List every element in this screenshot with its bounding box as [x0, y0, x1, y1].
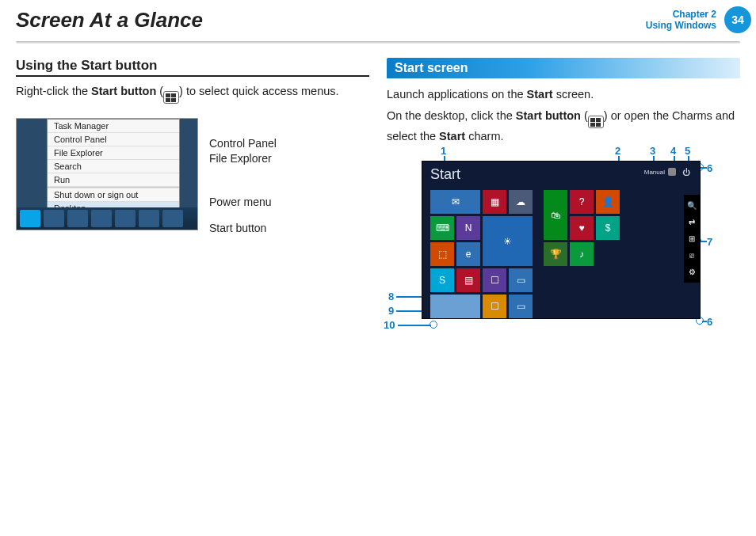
tile-store: 🛍: [544, 190, 567, 240]
taskbar-icon: [67, 210, 88, 227]
tile-skype: S: [430, 268, 454, 292]
taskbar-icon: [115, 210, 136, 227]
taskbar: [17, 207, 197, 230]
section-heading-start-screen: Start screen: [387, 58, 740, 78]
tile: ⌨: [430, 216, 454, 240]
tile-help: ?: [570, 190, 594, 214]
menu-item: File Explorer: [48, 146, 179, 160]
tile: N: [456, 216, 480, 240]
text: On the desktop, click the: [387, 109, 516, 122]
power-icon: ⏻: [682, 168, 690, 177]
tile: ☐: [483, 268, 506, 292]
callout-label: Start button: [209, 222, 266, 234]
tile: ⬚: [430, 242, 454, 266]
callout-number: 10: [384, 319, 395, 331]
left-column: Using the Start button Right-click the S…: [16, 58, 369, 343]
taskbar-icon: [139, 210, 159, 227]
callout-number: 6: [707, 316, 712, 328]
leader-line: [702, 321, 707, 322]
menu-item: Run: [48, 173, 179, 187]
page-title: Screen At a Glance: [16, 8, 646, 32]
start-button-icon: [20, 210, 40, 227]
leader-line: [398, 325, 431, 326]
text: screen.: [553, 88, 594, 101]
windows-logo-icon: [163, 91, 179, 104]
page-number-badge: 34: [724, 6, 751, 33]
start-screen-p1: Launch applications on the Start screen.: [387, 86, 740, 103]
callout-number: 3: [650, 145, 655, 157]
callout-number: 9: [388, 305, 394, 317]
tile-group: ✉ ▦ ☁ ⌨ N ☀ ⬚ e S ▤ ☐ ▭: [430, 190, 533, 318]
callout-labels: Control Panel File Explorer Power menu S…: [209, 118, 277, 235]
search-icon: 🔍: [687, 201, 697, 210]
tile: e: [456, 242, 480, 266]
tile: ☁: [509, 190, 533, 214]
tile-photo: [430, 295, 480, 318]
manual-page: Screen At a Glance Chapter 2 Using Windo…: [0, 0, 756, 536]
callout-number: 8: [388, 291, 394, 302]
callout-label: File Explorer: [209, 153, 272, 164]
callout-label: Power menu: [209, 196, 272, 207]
tile: 👤: [596, 190, 620, 214]
start-charm-icon: ⊞: [689, 234, 695, 243]
right-column: Start screen Launch applications on the …: [387, 58, 740, 343]
tile: ☐: [483, 295, 506, 318]
callout-number: 2: [615, 145, 620, 157]
tile: $: [596, 216, 620, 240]
leader-line: [701, 167, 707, 169]
quick-access-screenshot: Task Manager Control Panel File Explorer…: [16, 118, 198, 230]
page-header: Screen At a Glance Chapter 2 Using Windo…: [0, 0, 756, 33]
start-screen-label: Start: [430, 166, 460, 183]
callout-number: 4: [670, 145, 676, 157]
text-bold: Start button: [91, 85, 156, 97]
menu-item: Control Panel: [48, 133, 179, 146]
menu-item: Task Manager: [48, 120, 179, 133]
tile-mail: ✉: [430, 190, 480, 214]
start-button-figure: Task Manager Control Panel File Explorer…: [16, 118, 369, 235]
tile: ▭: [509, 295, 533, 318]
menu-item: Shut down or sign out: [48, 188, 179, 202]
text-bold: Start button: [516, 109, 581, 122]
callout-number: 6: [707, 162, 712, 174]
text-bold: Start: [439, 130, 465, 143]
taskbar-icon: [44, 210, 64, 227]
text: Right-click the: [16, 85, 91, 97]
windows-logo-icon: [588, 116, 604, 128]
tile-groups: ✉ ▦ ☁ ⌨ N ☀ ⬚ e S ▤ ☐ ▭: [430, 190, 620, 318]
tile: 🏆: [544, 242, 567, 266]
callout-label: Control Panel: [209, 138, 277, 149]
chapter-number: Chapter 2: [646, 9, 716, 20]
user-account: Manual: [644, 168, 676, 176]
taskbar-icon: [91, 210, 112, 227]
tile-weather: ☀: [483, 216, 533, 266]
callout-number: 1: [441, 145, 446, 157]
leader-ring: [430, 321, 437, 329]
settings-icon: ⚙: [689, 268, 696, 276]
quick-access-menu: Task Manager Control Panel File Explorer…: [47, 119, 180, 215]
callout-number: 7: [707, 236, 712, 248]
text-bold: Start: [527, 88, 553, 101]
tile-group: 🛍 ? 👤 ♥ $ 🏆 ♪: [544, 190, 620, 318]
leader-line: [701, 241, 707, 242]
chapter-name: Using Windows: [646, 20, 716, 31]
avatar-icon: [668, 168, 676, 176]
user-name: Manual: [644, 169, 665, 176]
menu-item: Search: [48, 160, 179, 173]
text: to select quick access menus.: [183, 85, 339, 97]
section-heading-start-button: Using the Start button: [16, 58, 369, 77]
chapter-meta: Chapter 2 Using Windows: [646, 9, 720, 32]
start-screen-screenshot: Start Manual ⏻ ✉ ▦ ☁ ⌨ N ☀: [422, 161, 701, 319]
tile: ♥: [570, 216, 594, 240]
callout-number: 5: [685, 145, 690, 157]
start-screen-p2: On the desktop, click the Start button (…: [387, 108, 740, 145]
start-button-paragraph: Right-click the Start button () to selec…: [16, 83, 369, 104]
taskbar-icon: [162, 210, 183, 227]
charms-bar: 🔍 ⇄ ⊞ ⎚ ⚙: [684, 195, 700, 283]
text: Launch applications on the: [387, 88, 527, 101]
tile: ♪: [570, 242, 594, 266]
text: charm.: [465, 130, 503, 143]
share-icon: ⇄: [689, 218, 695, 226]
tile: ▤: [456, 268, 480, 292]
start-screen-figure: 1 2 3 4 5 6 7 8 9 10 6: [387, 145, 740, 343]
tile: ▭: [509, 268, 533, 292]
